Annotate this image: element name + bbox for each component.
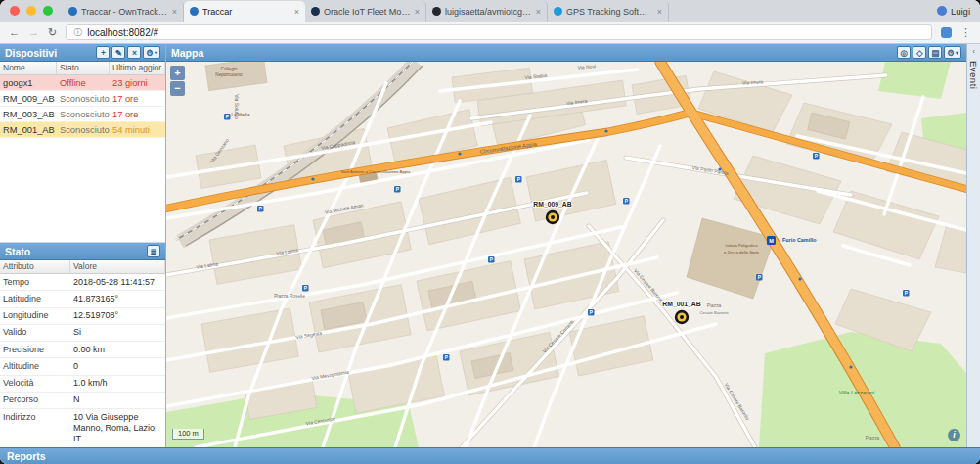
close-icon[interactable]: ×: [294, 7, 299, 17]
state-panel-title: Stato: [5, 246, 30, 257]
close-icon[interactable]: ×: [172, 7, 177, 17]
state-row: Indirizzo10 Via Giuseppe Manno, Roma, La…: [0, 409, 165, 447]
tab-favicon: [311, 7, 320, 16]
scale-bar: 100 m: [172, 429, 204, 440]
tab-title: GPS Tracking Software - Free: [566, 7, 653, 17]
parking-icon: P: [224, 114, 231, 120]
expand-left-icon[interactable]: ‹: [972, 48, 975, 56]
follow-button[interactable]: ◎: [897, 46, 911, 59]
reload-button[interactable]: ↻: [48, 27, 57, 38]
chevron-down-icon: ▾: [956, 50, 958, 56]
address-bar: ← → ↻ ⓘ localhost:8082/# ⋮: [0, 22, 980, 44]
state-row: Velocità1.0 km/h: [0, 376, 165, 393]
remove-device-button[interactable]: ×: [127, 46, 141, 59]
chevron-down-icon: ▾: [155, 50, 157, 56]
close-icon[interactable]: ×: [415, 7, 420, 17]
map-canvas[interactable]: P P P P P P P P P P P P: [166, 62, 966, 447]
map-label-station: Furio Camillo: [782, 237, 817, 243]
window-controls: [0, 0, 63, 22]
gear-icon: ⚙: [146, 48, 154, 58]
browser-menu-icon[interactable]: ⋮: [960, 26, 971, 39]
tabs: Traccar - OwnTracks Booklet × Traccar × …: [63, 0, 669, 22]
tab-github-avmiotcg[interactable]: luigisaetta/avmiotcg: Code for ×: [426, 1, 548, 22]
geofences-button[interactable]: ◇: [913, 46, 926, 59]
map-label: Piazza Roselle: [274, 294, 305, 299]
parking-icon: P: [756, 274, 763, 281]
state-row: Longitudine12.519708°: [0, 308, 165, 325]
tab-title: Oracle IoT Fleet Monitoring Cl: [324, 7, 411, 17]
browser-window: Traccar - OwnTracks Booklet × Traccar × …: [0, 0, 980, 464]
state-row: Tempo2018-05-28 11:41:57: [0, 274, 165, 291]
state-panel-header: Stato ≣: [0, 243, 165, 260]
tab-gps-tracking[interactable]: GPS Tracking Software - Free ×: [548, 1, 669, 22]
device-row-googx1[interactable]: googx1 Offline 23 giorni: [0, 75, 165, 91]
state-row: PercorsoN: [0, 393, 165, 409]
state-row: Precisione0.00 km: [0, 342, 165, 358]
attribution-button[interactable]: i: [948, 429, 960, 441]
map-label: Sant'Antonio a Circonvallazione Appia: [341, 169, 411, 174]
map-label: Piazza: [866, 436, 880, 441]
devices-settings-button[interactable]: ⚙▾: [143, 46, 160, 59]
device-row-rm009[interactable]: RM_009_AB Sconosciuto 17 ore: [0, 91, 165, 107]
tab-traccar[interactable]: Traccar ×: [184, 1, 305, 22]
reports-bar-collapsed[interactable]: Reports: [0, 447, 980, 464]
svg-text:RM_001_AB: RM_001_AB: [662, 301, 700, 307]
map-label: Via Solunto: [234, 94, 240, 119]
map-style-button[interactable]: ▤: [928, 46, 942, 59]
device-row-rm003[interactable]: RM_003_AB Sconosciuto 17 ore: [0, 107, 165, 122]
minimize-window-button[interactable]: [26, 6, 36, 16]
devices-panel-header: Dispositivi + ✎ × ⚙▾: [0, 44, 165, 62]
parking-icon: P: [813, 153, 820, 160]
column-header-nome[interactable]: Nome: [0, 62, 57, 74]
zoom-out-button[interactable]: −: [170, 81, 185, 96]
close-icon[interactable]: ×: [536, 7, 541, 17]
browser-profile[interactable]: Luigi: [937, 0, 980, 22]
follow-icon: ◎: [901, 48, 908, 58]
device-row-rm001-selected[interactable]: RM_001_AB Sconosciuto 54 minuti: [0, 122, 165, 138]
svg-text:M: M: [769, 238, 774, 244]
column-header-attributo[interactable]: Attributo: [0, 260, 70, 273]
list-icon: ≣: [150, 247, 156, 256]
parking-icon: P: [257, 206, 264, 212]
tab-oracle-iot[interactable]: Oracle IoT Fleet Monitoring Cl ×: [305, 1, 426, 22]
zoom-in-button[interactable]: +: [170, 66, 185, 80]
events-panel-title: Eventi: [968, 61, 979, 89]
edit-device-button[interactable]: ✎: [111, 46, 125, 59]
zoom-window-button[interactable]: [43, 6, 53, 16]
column-header-stato[interactable]: Stato: [57, 62, 110, 74]
traccar-app: Dispositivi + ✎ × ⚙▾ Nome Stato Ultimo a…: [0, 44, 980, 447]
extension-icon[interactable]: [941, 27, 952, 38]
url-field[interactable]: ⓘ localhost:8082/#: [66, 24, 932, 40]
state-list-button[interactable]: ≣: [147, 245, 160, 257]
back-button[interactable]: ←: [9, 27, 20, 38]
profile-name: Luigi: [951, 6, 970, 17]
column-header-valore[interactable]: Valore: [70, 260, 165, 273]
map-label: Cesare Baronio: [699, 310, 729, 315]
events-panel-collapsed[interactable]: ‹ Eventi: [966, 44, 980, 447]
tab-favicon: [554, 7, 562, 16]
map-panel-title: Mappa: [171, 47, 203, 59]
layers-icon: ▤: [931, 48, 939, 58]
state-panel: Stato ≣ Attributo Valore Tempo2018-05-28…: [0, 243, 165, 447]
column-header-ultimo[interactable]: Ultimo aggior...: [110, 62, 165, 74]
zoom-controls: + −: [170, 66, 185, 96]
gear-icon: ⚙: [947, 48, 955, 58]
close-icon[interactable]: ×: [657, 7, 662, 17]
map-label: Nepomuceno: [215, 72, 243, 77]
state-row: Altitudine0: [0, 358, 165, 375]
site-info-icon[interactable]: ⓘ: [73, 26, 82, 39]
tab-title: luigisaetta/avmiotcg: Code for: [445, 7, 532, 17]
map-label: Istituto Poligrafico: [725, 243, 758, 248]
tab-title: Traccar: [202, 7, 290, 17]
close-window-button[interactable]: [10, 6, 20, 16]
tab-bar: Traccar - OwnTracks Booklet × Traccar × …: [0, 0, 980, 22]
forward-button[interactable]: →: [28, 27, 39, 38]
map-label: Villa Lazzaroni: [839, 390, 875, 395]
add-device-button[interactable]: +: [96, 46, 110, 59]
tab-owntracks-booklet[interactable]: Traccar - OwnTracks Booklet ×: [63, 1, 184, 22]
geofence-icon: ◇: [916, 48, 923, 58]
devices-panel-title: Dispositivi: [5, 47, 57, 59]
devices-grid-header: Nome Stato Ultimo aggior...: [0, 62, 165, 75]
map-settings-button[interactable]: ⚙▾: [944, 46, 961, 59]
map-label: Collegio: [221, 67, 238, 71]
